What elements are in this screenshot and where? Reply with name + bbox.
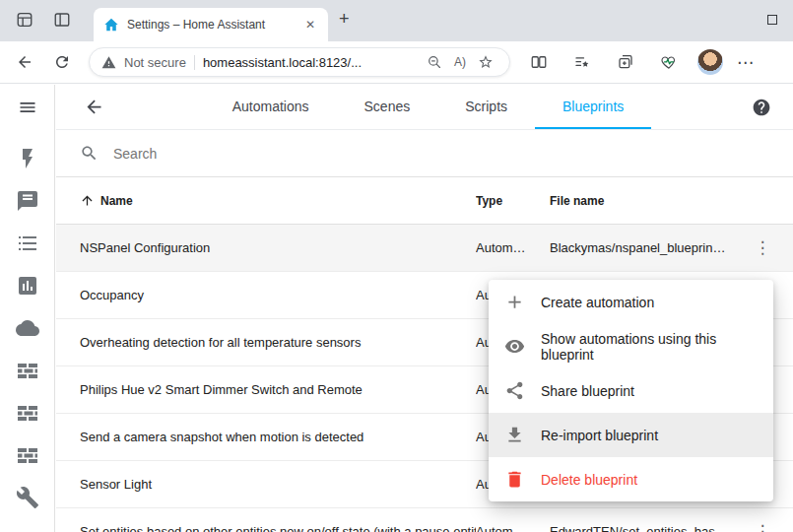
lightning-bolt-icon[interactable]: [16, 147, 39, 170]
bar-chart-icon[interactable]: [16, 274, 39, 298]
row-overflow-icon[interactable]: ⋮: [749, 237, 777, 258]
chat-icon[interactable]: [16, 189, 39, 213]
ha-header: Automations Scenes Scripts Blueprints: [56, 85, 793, 130]
row-type: Autom…: [476, 240, 550, 255]
collections-icon[interactable]: [611, 47, 640, 77]
column-header-name: Name: [100, 194, 133, 208]
search-icon: [80, 144, 99, 163]
column-header-file[interactable]: File name: [550, 194, 742, 208]
home-assistant-favicon-icon: [103, 17, 119, 33]
table-row[interactable]: Set entities based on other entities new…: [56, 508, 793, 532]
read-aloud-icon[interactable]: A): [450, 55, 470, 69]
blueprint-context-menu: Create automation Show automations using…: [489, 280, 773, 501]
search-row: [56, 130, 793, 177]
eye-icon: [504, 336, 525, 357]
tab-close-icon[interactable]: ✕: [300, 17, 320, 33]
download-icon: [504, 425, 525, 445]
plus-icon: [504, 292, 525, 312]
row-name: Occupancy: [80, 288, 476, 302]
menu-item-reimport-blueprint[interactable]: Re-import blueprint: [489, 413, 773, 457]
browser-window: Settings – Home Assistant ✕ + Not secure…: [0, 0, 793, 532]
url-text: homeassistant.local:8123/...: [203, 55, 415, 70]
menu-item-label: Share blueprint: [541, 383, 634, 399]
bricks-icon[interactable]: [16, 359, 39, 382]
row-name: Send a camera snapshot when motion is de…: [80, 430, 476, 444]
favorites-hub-icon[interactable]: [567, 47, 597, 77]
menu-item-share-blueprint[interactable]: Share blueprint: [489, 368, 773, 413]
tab-automations[interactable]: Automations: [205, 85, 337, 129]
split-screen-icon[interactable]: [524, 47, 554, 77]
more-menu-icon[interactable]: ⋯: [737, 52, 754, 73]
ha-tab-bar: Automations Scenes Scripts Blueprints: [104, 85, 752, 129]
wrench-icon[interactable]: [16, 486, 39, 509]
share-icon: [504, 380, 525, 401]
column-header-type[interactable]: Type: [476, 194, 550, 208]
tab-blueprints[interactable]: Blueprints: [535, 85, 651, 129]
ha-sidebar: [0, 85, 55, 532]
hamburger-menu-icon[interactable]: [18, 85, 37, 130]
browser-tab[interactable]: Settings – Home Assistant ✕: [94, 8, 328, 41]
row-file: EdwardTEN/set_entities_bas…: [550, 524, 742, 532]
security-status-label: Not secure: [124, 55, 186, 70]
menu-item-label: Create automation: [541, 295, 654, 310]
vertical-tabs-icon[interactable]: [53, 11, 71, 29]
browser-toolbar: Not secure homeassistant.local:8123/... …: [0, 41, 793, 84]
menu-item-label: Show automations using this blueprint: [541, 331, 758, 363]
table-header: Name Type File name: [56, 177, 793, 225]
menu-item-delete-blueprint[interactable]: Delete blueprint: [489, 457, 773, 501]
back-icon[interactable]: [10, 47, 39, 77]
row-name: Philips Hue v2 Smart Dimmer Switch and R…: [80, 382, 476, 397]
table-row[interactable]: NSPanel Configuration Autom… Blackymas/n…: [56, 225, 793, 272]
sort-ascending-icon: [80, 193, 95, 208]
maximize-icon[interactable]: [767, 15, 777, 25]
bricks-icon[interactable]: [16, 443, 39, 467]
row-type: Autom…: [476, 524, 550, 532]
row-overflow-icon[interactable]: ⋮: [749, 521, 777, 532]
browser-titlebar: Settings – Home Assistant ✕ +: [0, 0, 793, 41]
profile-avatar[interactable]: [697, 49, 723, 75]
not-secure-warning-icon: [101, 55, 116, 70]
address-divider: [194, 55, 195, 70]
browser-essentials-icon[interactable]: [654, 47, 684, 77]
row-file: Blackymas/nspanel_blueprin…: [550, 240, 742, 255]
refresh-icon[interactable]: [47, 47, 77, 77]
row-name: Set entities based on other entities new…: [80, 524, 476, 532]
row-name: NSPanel Configuration: [80, 240, 476, 255]
address-bar[interactable]: Not secure homeassistant.local:8123/... …: [89, 47, 510, 77]
menu-item-label: Delete blueprint: [541, 472, 637, 488]
menu-item-create-automation[interactable]: Create automation: [489, 280, 773, 324]
tab-title: Settings – Home Assistant: [127, 18, 293, 32]
workspaces-icon[interactable]: [16, 11, 33, 29]
list-icon[interactable]: [16, 232, 39, 255]
trash-icon: [504, 469, 525, 490]
row-name: Sensor Light: [80, 477, 476, 492]
tab-scripts[interactable]: Scripts: [437, 85, 535, 129]
menu-item-label: Re-import blueprint: [541, 428, 658, 443]
favorite-star-icon[interactable]: [474, 50, 497, 74]
new-tab-button[interactable]: +: [339, 9, 350, 30]
search-input[interactable]: [113, 146, 769, 162]
ha-back-icon[interactable]: [84, 97, 104, 117]
sort-by-name[interactable]: Name: [80, 193, 476, 208]
row-name: Overheating detection for all temperatur…: [80, 335, 476, 350]
cloud-icon[interactable]: [16, 316, 39, 340]
zoom-out-icon[interactable]: [423, 50, 446, 74]
tab-scenes[interactable]: Scenes: [337, 85, 438, 129]
bricks-icon[interactable]: [16, 401, 39, 425]
help-icon[interactable]: [752, 98, 771, 117]
menu-item-show-automations[interactable]: Show automations using this blueprint: [489, 324, 773, 368]
